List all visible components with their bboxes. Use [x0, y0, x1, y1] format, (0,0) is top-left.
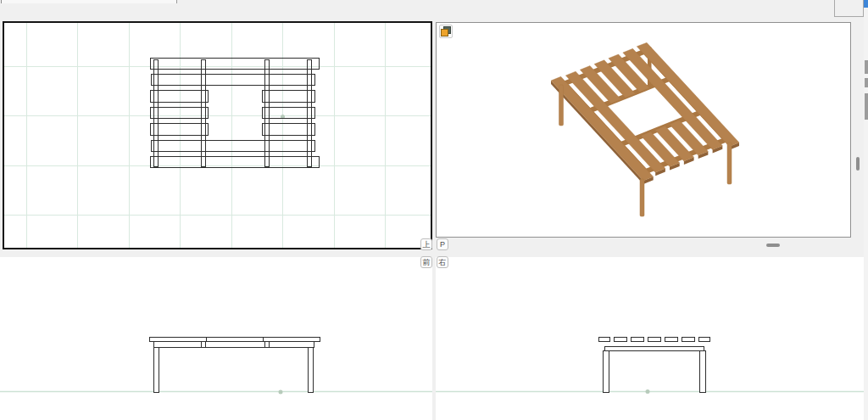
right-view-canvas	[436, 257, 864, 420]
window-tab-remnant	[1, 0, 177, 3]
origin-marker	[646, 389, 650, 394]
top-view-canvas	[4, 23, 431, 248]
viewport-perspective-view[interactable]	[436, 22, 851, 238]
view-button-top[interactable]: 上	[420, 238, 432, 250]
vertical-splitter-grip[interactable]	[856, 157, 860, 171]
panel-accent-mark	[864, 0, 868, 8]
table-front-view-drawing	[149, 338, 320, 393]
perspective-canvas	[437, 23, 850, 237]
view-button-front[interactable]: 前	[420, 256, 432, 268]
viewport-right-view[interactable]	[436, 257, 864, 420]
table-top-view-drawing	[150, 58, 319, 168]
table-right-view-drawing	[598, 338, 710, 393]
viewport-front-view[interactable]	[0, 257, 432, 420]
viewport-top-view[interactable]	[3, 21, 432, 249]
right-edge-panel	[864, 0, 868, 420]
layered-boxes-icon[interactable]	[439, 25, 453, 38]
scrollbar-segment[interactable]	[865, 78, 868, 87]
front-view-canvas	[0, 257, 432, 420]
horizontal-splitter-grip[interactable]	[766, 244, 780, 247]
scrollbar-segment[interactable]	[865, 93, 868, 120]
view-button-right[interactable]: 右	[437, 256, 448, 268]
scrollbar-segment[interactable]	[865, 60, 868, 74]
origin-marker	[279, 390, 283, 395]
table-3d-drawing	[551, 42, 739, 216]
grid	[4, 23, 431, 248]
toolbar	[0, 0, 864, 20]
view-button-perspective[interactable]: P	[437, 238, 448, 250]
toolbar-button-remnant[interactable]	[834, 0, 864, 17]
